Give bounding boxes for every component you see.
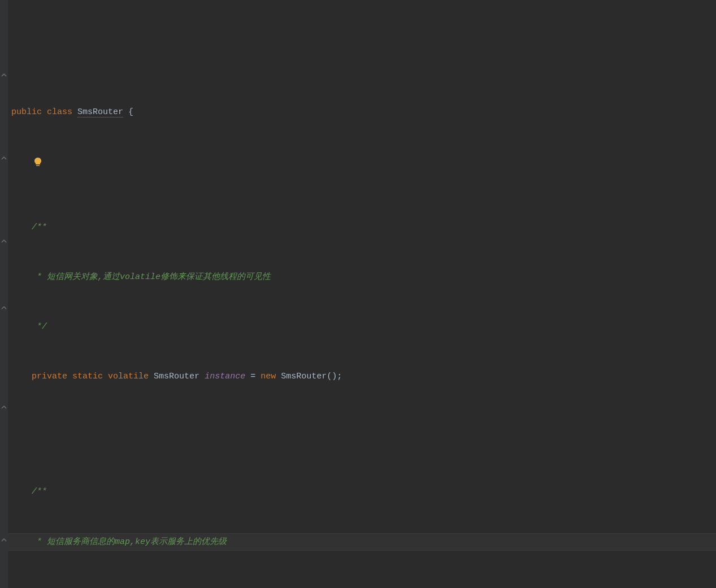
javadoc-line: */	[8, 319, 716, 335]
fold-marker-icon[interactable]	[1, 405, 7, 410]
code-editor[interactable]: public class SmsRouter { /** * 短信网关对象,通过…	[0, 0, 716, 588]
javadoc-line: */	[8, 584, 716, 588]
lightbulb-icon[interactable]	[14, 141, 23, 150]
javadoc-line-current: * 短信服务商信息的map,key表示服务上的优先级	[8, 533, 716, 551]
javadoc-line: /**	[8, 484, 716, 500]
fold-marker-icon[interactable]	[1, 156, 7, 160]
svg-rect-0	[36, 165, 40, 166]
field-instance[interactable]: instance	[205, 372, 245, 381]
blank-line	[8, 153, 716, 169]
fold-marker-icon[interactable]	[1, 239, 7, 243]
javadoc-line: * 短信网关对象,通过volatile修饰来保证其他线程的可见性	[8, 269, 716, 285]
fold-marker-icon[interactable]	[1, 538, 7, 542]
javadoc-line: /**	[8, 219, 716, 236]
class-name[interactable]: SmsRouter	[77, 107, 123, 117]
fold-marker-icon[interactable]	[1, 306, 7, 310]
code-line: private static volatile SmsRouter instan…	[8, 368, 716, 385]
blank-line	[8, 417, 716, 434]
code-line: public class SmsRouter {	[8, 104, 716, 120]
fold-marker-icon[interactable]	[1, 73, 7, 77]
gutter	[0, 0, 8, 588]
